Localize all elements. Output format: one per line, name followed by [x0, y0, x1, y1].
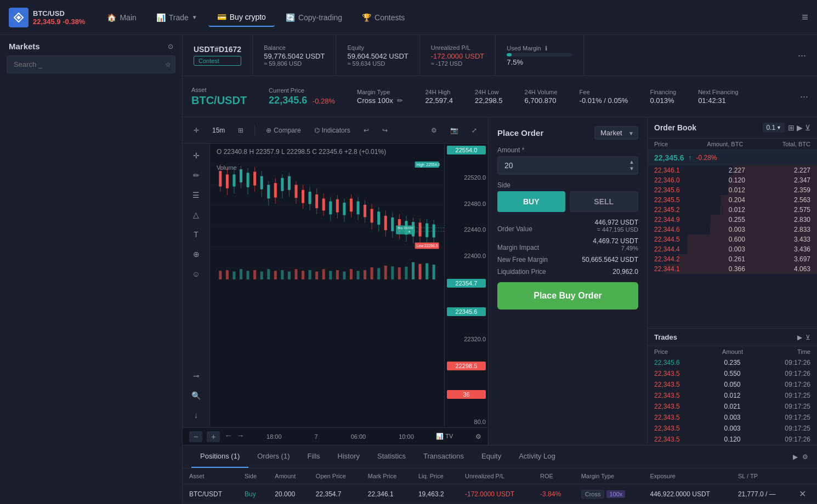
bottom-tab-transactions[interactable]: Transactions [415, 445, 473, 468]
bottom-tab-orders1[interactable]: Orders (1) [248, 445, 298, 468]
measure-tool[interactable]: ⊕ [189, 247, 204, 262]
used-margin-pct: 7.5% [507, 58, 572, 66]
nav-item-main[interactable]: 🏠 Main [98, 9, 145, 26]
close-position-btn[interactable]: ✕ [799, 489, 806, 499]
asset-value: BTC/USDT [191, 94, 247, 107]
hamburger-menu[interactable]: ≡ [802, 11, 808, 24]
nav-item-contests[interactable]: 🏆 Contests [353, 9, 413, 26]
ob-down-icon[interactable]: ⊻ [805, 123, 810, 132]
lines-tool[interactable]: ☰ [189, 187, 204, 203]
ob-title: Order Book [654, 123, 696, 132]
price-bottom: 80.0 [447, 419, 486, 425]
search-input[interactable] [7, 55, 175, 73]
place-order-btn[interactable]: Place Buy Order [497, 282, 638, 310]
asset-bar-more[interactable]: ··· [800, 91, 808, 102]
pos-liq-price: 19,463.2 [412, 484, 458, 504]
smile-tool[interactable]: ☺ [189, 266, 204, 282]
svg-rect-98 [391, 266, 394, 279]
nav-item-trade[interactable]: 📊 Trade ▼ [147, 9, 206, 26]
pos-header: Exposure [643, 468, 731, 484]
zoom-in-btn[interactable]: + [207, 431, 220, 442]
pos-header: Liq. Price [412, 468, 458, 484]
amount-up-btn[interactable]: ▲ [629, 159, 634, 165]
amount-input[interactable] [498, 157, 626, 174]
pen-tool[interactable]: ✏ [189, 168, 204, 183]
camera-btn[interactable]: 📷 [446, 124, 463, 136]
timeframe-btn[interactable]: 15m [208, 124, 229, 136]
svg-rect-25 [281, 178, 283, 191]
margin-type-field: Margin Type Cross 100x ✏ [357, 89, 403, 105]
bottom-tab-history[interactable]: History [329, 445, 368, 468]
trade-time: 09:17:25 [785, 392, 810, 399]
svg-rect-75 [232, 272, 235, 279]
compare-btn[interactable]: ⊕ Compare [262, 124, 305, 136]
zoom-tool[interactable]: 🔍 [189, 388, 204, 403]
contest-tag: Contest [194, 56, 241, 66]
bottom-tab-statistics[interactable]: Statistics [368, 445, 415, 468]
svg-rect-79 [260, 272, 263, 279]
trades-play-icon[interactable]: ▶ [797, 334, 802, 341]
bottom-tab-equity[interactable]: Equity [473, 445, 510, 468]
top-nav: BTC/USD 22,345.9 -0.38% 🏠 Main 📊 Trade ▼… [0, 0, 817, 35]
amount-down-btn[interactable]: ▼ [629, 165, 634, 172]
settings-btn[interactable]: ⚙ [427, 124, 441, 136]
asset-field: Asset BTC/USDT [191, 87, 247, 107]
positions-table: AssetSideAmountOpen PriceMark PriceLiq. … [183, 468, 817, 504]
low24-label: 24H Low [475, 89, 503, 95]
sell-btn[interactable]: SELL [570, 191, 639, 212]
ob-ask-price: 22,344.5 [654, 236, 680, 243]
trades-down-icon[interactable]: ⊻ [805, 334, 810, 341]
markets-dropdown[interactable]: ⊙ [168, 43, 173, 50]
scroll-right-btn[interactable]: → [236, 431, 244, 442]
pos-header: Open Price [309, 468, 361, 484]
ob-size-value: 0.1 [766, 124, 775, 131]
account-pair-section: USDT#D1672 Contest [194, 35, 253, 76]
ob-ask-amount: 0.204 [729, 196, 745, 204]
asset-bar: Asset BTC/USDT Current Price 22,345.6 -0… [183, 76, 817, 117]
order-type-select[interactable]: Market Limit Stop [594, 126, 638, 140]
bottom-tab-fills[interactable]: Fills [298, 445, 328, 468]
price-field: Current Price 22,345.6 -0.28% [269, 87, 335, 106]
margin-impact-row: Margin Impact 4,469.72 USDT 7.49% [497, 237, 638, 251]
tab-play-btn[interactable]: ▶ [793, 453, 798, 461]
ob-current-price-val: 22,345.6 [654, 153, 684, 162]
equity-value: 59,604.5042 USDT [347, 52, 408, 60]
next-financing-label: Next Financing [698, 89, 738, 95]
arrow-tool[interactable]: ↓ [189, 408, 204, 423]
redo-btn[interactable]: ↪ [378, 124, 392, 136]
svg-rect-9 [226, 175, 229, 188]
svg-rect-78 [253, 270, 256, 279]
nav-item-copytrading[interactable]: 🔄 Copy-trading [277, 9, 351, 26]
edit-icon[interactable]: ✏ [397, 96, 403, 105]
account-more-btn[interactable]: ··· [798, 35, 806, 76]
fullscreen-btn[interactable]: ⤢ [467, 124, 481, 136]
tab-settings-btn[interactable]: ⚙ [802, 453, 808, 461]
compare-icon: ⊕ [266, 127, 271, 134]
svg-rect-19 [260, 176, 263, 190]
bottom-tab-activitylog[interactable]: Activity Log [510, 445, 564, 468]
price-scale: 22554.0 22520.0 22480.0 22440.0 22400.0 … [444, 144, 488, 427]
nav-item-buycrypto[interactable]: 💳 Buy crypto [208, 8, 275, 27]
text-tool[interactable]: T [189, 227, 204, 242]
chart-settings-btn[interactable]: ⚙ [475, 433, 481, 440]
buy-btn[interactable]: BUY [497, 191, 565, 212]
svg-rect-88 [322, 269, 325, 279]
zoom-out-btn[interactable]: − [189, 431, 202, 442]
logo-icon[interactable] [9, 8, 29, 27]
ob-play-icon[interactable]: ▶ [797, 123, 803, 132]
crosshair-btn[interactable]: ✛ [189, 124, 203, 136]
scroll-left-btn[interactable]: ← [224, 431, 232, 442]
ob-header: Order Book 0.1 ▼ ⊞ ▶ ⊻ [648, 117, 817, 139]
indicators-btn[interactable]: ⌬ Indicators [310, 124, 355, 136]
ob-size-selector[interactable]: 0.1 ▼ [763, 123, 785, 133]
bottom-tab-positions1[interactable]: Positions (1) [191, 445, 248, 468]
trade-time: 09:17:25 [785, 414, 810, 421]
svg-rect-85 [302, 271, 304, 279]
undo-btn[interactable]: ↩ [359, 124, 373, 136]
pos-header: Unrealized P/L [458, 468, 534, 484]
ob-list-icon[interactable]: ⊞ [788, 123, 795, 132]
ruler-tool[interactable]: ⊸ [189, 368, 204, 383]
geometry-tool[interactable]: △ [189, 207, 204, 222]
cursor-tool[interactable]: ✛ [189, 148, 204, 163]
indicator-set-btn[interactable]: ⊞ [234, 124, 248, 136]
